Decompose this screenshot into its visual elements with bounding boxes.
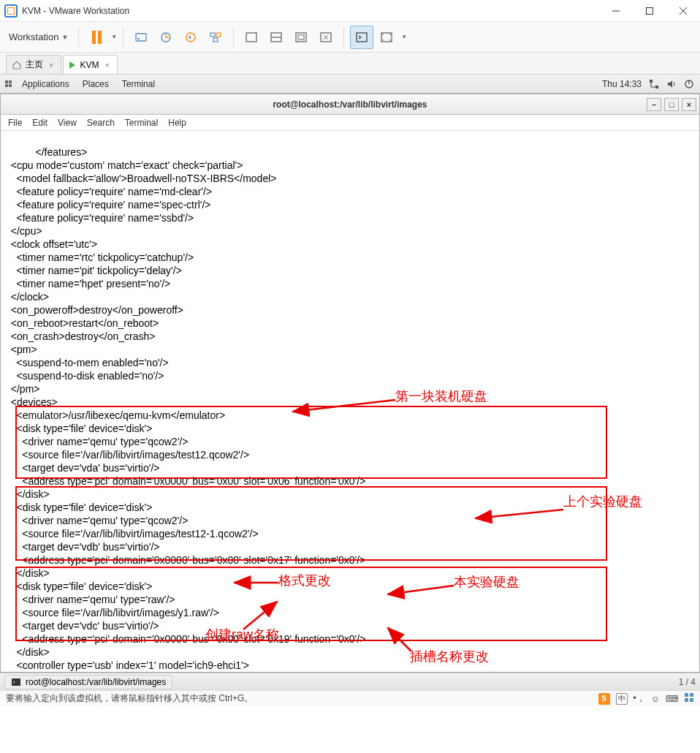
play-icon <box>69 61 75 69</box>
terminal-menu-terminal[interactable]: Terminal <box>125 118 158 128</box>
svg-line-28 <box>388 628 411 651</box>
view-fit-button[interactable] <box>289 26 313 49</box>
svg-rect-8 <box>210 33 215 37</box>
ime-emoji-icon[interactable]: ☺ <box>651 694 660 704</box>
svg-rect-14 <box>296 33 306 42</box>
ime-settings-icon[interactable] <box>684 692 694 705</box>
pause-icon <box>92 31 102 44</box>
terminal-menu-view[interactable]: View <box>58 118 77 128</box>
tab-label: KVM <box>80 60 99 70</box>
terminal-icon <box>11 677 21 687</box>
svg-rect-15 <box>298 35 304 39</box>
svg-rect-32 <box>685 698 688 702</box>
terminal-title: root@localhost:/var/lib/libvirt/images <box>273 99 427 110</box>
power-icon[interactable] <box>684 79 694 89</box>
taskbar-terminal-button[interactable]: root@localhost:/var/lib/libvirt/images <box>4 675 172 689</box>
separator <box>343 27 344 48</box>
svg-rect-20 <box>655 86 658 88</box>
terminal-menubar: File Edit View Search Terminal Help <box>1 115 699 131</box>
tab-label: 主页 <box>26 58 43 71</box>
tab-home[interactable]: 主页 × <box>6 55 61 74</box>
annotation-label-disk2: 上个实验硬盘 <box>563 495 642 508</box>
places-menu[interactable]: Places <box>83 79 109 89</box>
chevron-down-icon[interactable]: ▼ <box>401 34 407 40</box>
fullscreen-button[interactable] <box>375 26 398 49</box>
svg-line-23 <box>293 400 395 412</box>
ime-keyboard-icon[interactable]: ⌨ <box>666 694 678 704</box>
applications-menu[interactable]: Applications <box>22 79 69 89</box>
svg-line-27 <box>243 602 277 629</box>
svg-rect-29 <box>12 678 20 686</box>
annotation-label-disk1: 第一块装机硬盘 <box>395 390 487 403</box>
vm-tabbar: 主页 × KVM × <box>0 53 700 75</box>
ime-sogou-icon[interactable]: S <box>598 693 610 705</box>
view-single-button[interactable] <box>240 26 263 49</box>
terminal-body[interactable]: </features> <cpu mode='custom' match='ex… <box>1 131 699 672</box>
vmware-statusbar: 要将输入定向到该虚拟机，请将鼠标指针移入其中或按 Ctrl+G。 S 中 •， … <box>0 690 700 706</box>
terminal-menu[interactable]: Terminal <box>122 79 155 89</box>
view-split-button[interactable] <box>265 26 288 49</box>
terminal-minimize-button[interactable]: – <box>647 98 661 111</box>
vmware-app-icon <box>4 4 18 18</box>
tab-close-button[interactable]: × <box>47 61 55 69</box>
svg-rect-10 <box>213 38 218 42</box>
revert-button[interactable] <box>179 26 202 49</box>
terminal-window: root@localhost:/var/lib/libvirt/images –… <box>0 94 700 673</box>
terminal-menu-help[interactable]: Help <box>168 118 186 128</box>
gnome-top-panel: Applications Places Terminal Thu 14:33 <box>0 75 700 94</box>
gnome-taskbar: root@localhost:/var/lib/libvirt/images 1… <box>0 673 700 690</box>
svg-rect-5 <box>137 38 140 39</box>
window-close-button[interactable] <box>666 0 700 22</box>
console-view-button[interactable] <box>350 26 373 49</box>
svg-line-26 <box>388 586 454 594</box>
window-titlebar: KVM - VMware Workstation <box>0 0 700 22</box>
toolbar: Workstation▼ ▼ ▼ <box>0 22 700 53</box>
view-unity-button[interactable] <box>314 26 338 49</box>
terminal-menu-file[interactable]: File <box>8 118 22 128</box>
activities-icon[interactable] <box>3 79 13 89</box>
annotation-label-slot: 插槽名称更改 <box>410 650 489 663</box>
svg-rect-1 <box>647 7 653 14</box>
pause-button[interactable] <box>85 26 108 49</box>
window-minimize-button[interactable] <box>599 0 633 22</box>
svg-line-24 <box>476 510 563 518</box>
svg-rect-33 <box>690 698 693 702</box>
tab-kvm[interactable]: KVM × <box>63 55 117 74</box>
svg-rect-31 <box>690 693 693 697</box>
status-hint: 要将输入定向到该虚拟机，请将鼠标指针移入其中或按 Ctrl+G。 <box>6 692 253 705</box>
workspace-indicator[interactable]: 1 / 4 <box>679 677 696 687</box>
svg-rect-9 <box>216 33 221 37</box>
ime-punct-icon[interactable]: •， <box>634 692 645 705</box>
ime-chinese-icon[interactable]: 中 <box>616 693 628 705</box>
separator <box>233 27 234 48</box>
snapshot-button[interactable] <box>154 26 178 49</box>
manage-snapshots-button[interactable] <box>204 26 227 49</box>
clock[interactable]: Thu 14:33 <box>602 79 642 89</box>
chevron-down-icon[interactable]: ▼ <box>111 34 117 40</box>
terminal-close-button[interactable]: × <box>682 98 696 111</box>
send-ctrl-alt-del-button[interactable] <box>129 26 153 49</box>
terminal-titlebar[interactable]: root@localhost:/var/lib/libvirt/images –… <box>1 94 699 115</box>
taskbar-terminal-label: root@localhost:/var/lib/libvirt/images <box>26 677 166 687</box>
chevron-down-icon: ▼ <box>61 34 68 41</box>
svg-rect-30 <box>685 693 688 697</box>
workstation-menu[interactable]: Workstation▼ <box>4 29 72 45</box>
tab-close-button[interactable]: × <box>103 61 110 69</box>
home-icon <box>12 61 21 69</box>
svg-rect-11 <box>246 33 256 42</box>
svg-rect-4 <box>136 34 146 41</box>
workstation-menu-label: Workstation <box>9 31 58 42</box>
terminal-menu-edit[interactable]: Edit <box>32 118 47 128</box>
terminal-content: </features> <cpu mode='custom' match='ex… <box>5 146 365 671</box>
volume-icon[interactable] <box>666 79 677 89</box>
annotation-label-disk3: 本实验硬盘 <box>454 575 520 589</box>
svg-rect-19 <box>650 80 653 83</box>
network-icon[interactable] <box>649 79 659 89</box>
separator <box>123 27 123 48</box>
terminal-menu-search[interactable]: Search <box>87 118 115 128</box>
separator <box>78 27 79 48</box>
window-maximize-button[interactable] <box>633 0 666 22</box>
terminal-maximize-button[interactable]: □ <box>664 98 679 111</box>
window-title: KVM - VMware Workstation <box>22 6 599 16</box>
annotation-label-format: 格式更改 <box>278 574 331 587</box>
